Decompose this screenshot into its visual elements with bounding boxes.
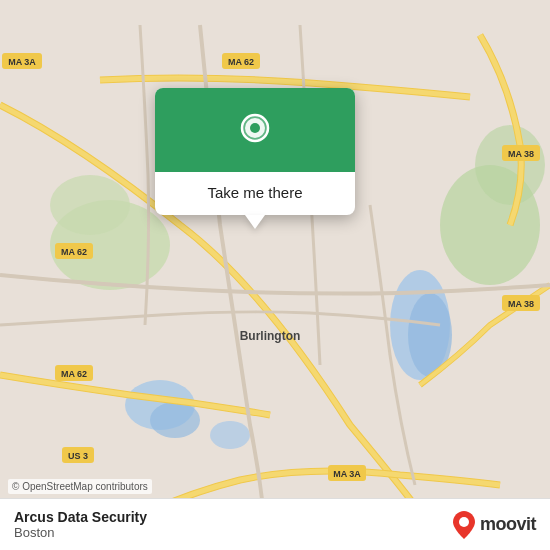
svg-text:US 3: US 3 — [68, 451, 88, 461]
svg-text:MA 3A: MA 3A — [8, 57, 36, 67]
osm-attribution: © OpenStreetMap contributors — [8, 479, 152, 494]
moovit-text: moovit — [480, 514, 536, 535]
svg-text:MA 62: MA 62 — [61, 369, 87, 379]
svg-point-29 — [250, 123, 260, 133]
bottom-bar: Arcus Data Security Boston moovit — [0, 498, 550, 550]
svg-point-4 — [475, 125, 545, 205]
svg-text:MA 62: MA 62 — [228, 57, 254, 67]
svg-point-9 — [210, 421, 250, 449]
svg-text:MA 38: MA 38 — [508, 149, 534, 159]
svg-point-2 — [50, 175, 130, 235]
map-background: MA 3A MA 62 MA 38 MA 62 MA 38 Burlington… — [0, 0, 550, 550]
popup-card: Take me there — [155, 88, 355, 215]
svg-point-31 — [459, 517, 469, 527]
svg-text:MA 38: MA 38 — [508, 299, 534, 309]
svg-text:MA 3A: MA 3A — [333, 469, 361, 479]
moovit-logo: moovit — [453, 511, 536, 539]
location-name: Arcus Data Security — [14, 509, 147, 525]
svg-text:Burlington: Burlington — [240, 329, 301, 343]
svg-text:MA 62: MA 62 — [61, 247, 87, 257]
moovit-pin-icon — [453, 511, 475, 539]
svg-point-8 — [150, 402, 200, 438]
map-container: MA 3A MA 62 MA 38 MA 62 MA 38 Burlington… — [0, 0, 550, 550]
location-info: Arcus Data Security Boston — [14, 509, 147, 540]
location-city: Boston — [14, 525, 147, 540]
take-me-there-button[interactable]: Take me there — [191, 172, 318, 215]
map-pin-icon — [233, 110, 277, 154]
popup-icon-area — [155, 88, 355, 172]
